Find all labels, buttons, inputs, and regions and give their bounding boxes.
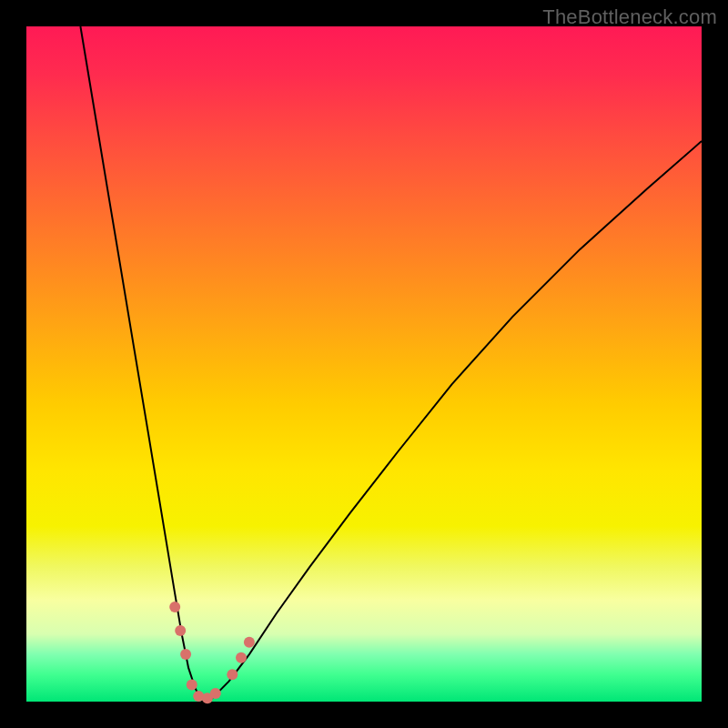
chart-svg [26, 26, 702, 702]
marker-left-1 [169, 602, 180, 612]
marker-bottom-4 [210, 688, 221, 699]
chart-frame: TheBottleneck.com [0, 0, 728, 728]
bottleneck-curve [80, 26, 702, 702]
marker-left-3 [180, 649, 191, 660]
marker-group [169, 602, 255, 703]
marker-bottom-1 [187, 680, 197, 691]
plot-area [26, 26, 702, 702]
marker-right-1 [227, 669, 238, 680]
marker-right-3 [244, 637, 255, 648]
marker-left-2 [175, 625, 186, 636]
marker-right-2 [236, 652, 247, 663]
